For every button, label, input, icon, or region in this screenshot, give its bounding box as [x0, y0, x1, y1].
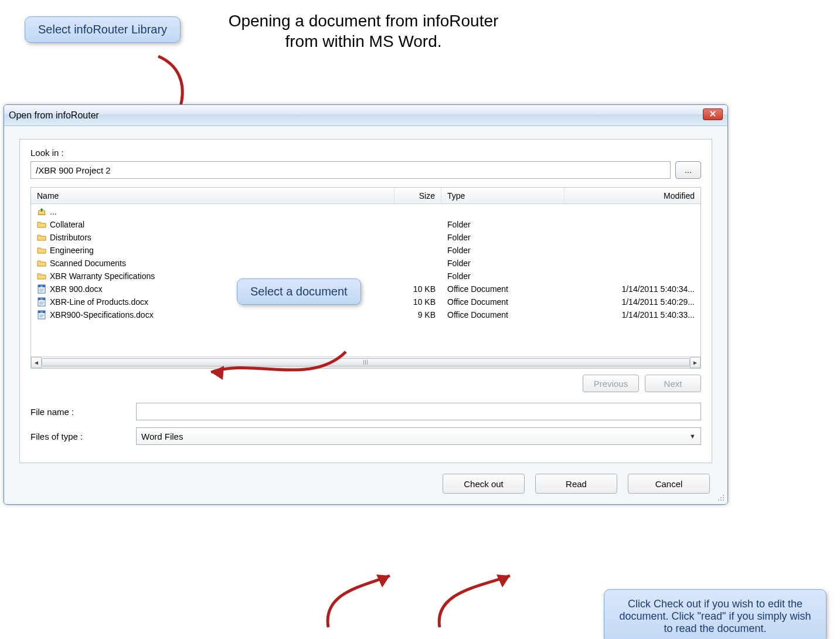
document-icon: W	[37, 284, 46, 294]
file-row[interactable]: XBR Warranty SpecificationsFolder	[31, 270, 700, 283]
files-of-type-select[interactable]: Word Files ▼	[136, 427, 701, 445]
close-icon	[709, 109, 716, 120]
folder-icon	[37, 220, 46, 229]
folder-up-icon	[37, 207, 46, 216]
folder-icon	[37, 271, 46, 281]
column-size-label: Size	[419, 191, 435, 200]
page-title-line2: from within MS Word.	[285, 32, 441, 50]
file-row[interactable]: CollateralFolder	[31, 218, 700, 231]
file-name: XBR Warranty Specifications	[50, 271, 155, 281]
file-name: XBR900-Specifications.docx	[50, 310, 154, 320]
file-row[interactable]: EngineeringFolder	[31, 244, 700, 257]
file-modified: 1/14/2011 5:40:33...	[564, 310, 700, 320]
file-size: 10 KB	[395, 284, 441, 294]
file-row[interactable]: WXBR900-Specifications.docx9 KBOffice Do…	[31, 308, 700, 321]
svg-marker-27	[496, 575, 510, 587]
close-button[interactable]	[703, 108, 723, 120]
folder-icon	[37, 246, 46, 255]
files-of-type-label: Files of type :	[30, 431, 136, 441]
callout-select-library: Select infoRouter Library	[25, 16, 181, 43]
file-name: Engineering	[50, 246, 94, 255]
file-name: Collateral	[50, 220, 84, 229]
file-type: Folder	[441, 259, 564, 268]
file-name: Distributors	[50, 233, 91, 242]
arrow-to-checkout	[311, 569, 416, 639]
svg-point-21	[723, 497, 724, 498]
callout-select-document: Select a document	[237, 278, 361, 305]
callout-select-library-text: Select infoRouter Library	[38, 23, 167, 36]
open-dialog: Open from infoRouter Look in : ... Name …	[4, 104, 728, 505]
folder-icon	[37, 259, 46, 268]
svg-point-22	[718, 499, 719, 501]
file-name: Scanned Documents	[50, 259, 126, 268]
file-name-input[interactable]	[136, 403, 701, 420]
column-name[interactable]: Name	[31, 188, 395, 203]
read-button[interactable]: Read	[535, 474, 617, 494]
callout-bottom-help: Click Check out if you wish to edit the …	[604, 589, 827, 639]
file-modified: 1/14/2011 5:40:34...	[564, 284, 700, 294]
look-in-label: Look in :	[30, 148, 701, 158]
scroll-left-button[interactable]: ◄	[31, 357, 42, 368]
path-input[interactable]	[30, 161, 671, 179]
file-type: Office Document	[441, 284, 564, 294]
svg-text:W: W	[40, 311, 43, 314]
file-type: Folder	[441, 246, 564, 255]
file-type: Folder	[441, 220, 564, 229]
arrow-to-read	[422, 569, 528, 639]
cancel-button[interactable]: Cancel	[628, 474, 710, 494]
inner-panel: Look in : ... Name Size Type Modified ..…	[19, 139, 712, 463]
column-type-label: Type	[447, 191, 465, 200]
svg-point-20	[720, 497, 722, 498]
file-row[interactable]: ...	[31, 205, 700, 218]
file-rows: ...CollateralFolderDistributorsFolderEng…	[31, 204, 700, 356]
next-button[interactable]: Next	[645, 375, 701, 392]
dialog-titlebar[interactable]: Open from infoRouter	[4, 105, 727, 126]
svg-point-24	[723, 499, 724, 501]
file-list-header[interactable]: Name Size Type Modified	[31, 188, 700, 204]
svg-point-19	[723, 495, 724, 496]
document-icon: W	[37, 297, 46, 307]
file-name-label: File name :	[30, 407, 136, 417]
horizontal-scrollbar[interactable]: ◄ ►	[31, 356, 700, 368]
svg-text:W: W	[40, 285, 43, 288]
checkout-button[interactable]: Check out	[443, 474, 525, 494]
page-title-line1: Opening a document from infoRouter	[229, 12, 499, 30]
svg-point-23	[720, 499, 722, 501]
folder-icon	[37, 233, 46, 242]
column-modified[interactable]: Modified	[564, 188, 700, 203]
file-row[interactable]: WXBR 900.docx10 KBOffice Document1/14/20…	[31, 283, 700, 295]
file-row[interactable]: Scanned DocumentsFolder	[31, 257, 700, 270]
file-type: Folder	[441, 233, 564, 242]
file-name: XBR 900.docx	[50, 284, 103, 294]
file-list: Name Size Type Modified ...CollateralFol…	[30, 187, 701, 369]
callout-select-document-text: Select a document	[250, 285, 348, 298]
callout-bottom-help-text: Click Check out if you wish to edit the …	[620, 598, 811, 634]
file-modified: 1/14/2011 5:40:29...	[564, 297, 700, 307]
file-row[interactable]: WXBR-Line of Products.docx10 KBOffice Do…	[31, 295, 700, 308]
dialog-body: Look in : ... Name Size Type Modified ..…	[4, 126, 727, 504]
resize-grip-icon[interactable]	[717, 494, 725, 502]
chevron-down-icon: ▼	[689, 433, 696, 440]
file-row[interactable]: DistributorsFolder	[31, 231, 700, 244]
column-type[interactable]: Type	[441, 188, 564, 203]
column-size[interactable]: Size	[395, 188, 441, 203]
dialog-title: Open from infoRouter	[9, 110, 99, 121]
svg-text:W: W	[40, 298, 43, 301]
file-type: Office Document	[441, 310, 564, 320]
column-modified-label: Modified	[664, 191, 695, 200]
browse-button[interactable]: ...	[675, 161, 701, 179]
scroll-right-button[interactable]: ►	[690, 357, 700, 368]
file-size: 9 KB	[395, 310, 441, 320]
files-of-type-value: Word Files	[141, 431, 183, 441]
file-size: 10 KB	[395, 297, 441, 307]
column-name-label: Name	[37, 191, 59, 200]
previous-button[interactable]: Previous	[583, 375, 639, 392]
file-name: ...	[50, 207, 57, 216]
scroll-thumb[interactable]	[42, 358, 690, 366]
file-name: XBR-Line of Products.docx	[50, 297, 148, 307]
file-type: Folder	[441, 271, 564, 281]
file-type: Office Document	[441, 297, 564, 307]
svg-marker-26	[376, 575, 390, 587]
document-icon: W	[37, 310, 46, 320]
